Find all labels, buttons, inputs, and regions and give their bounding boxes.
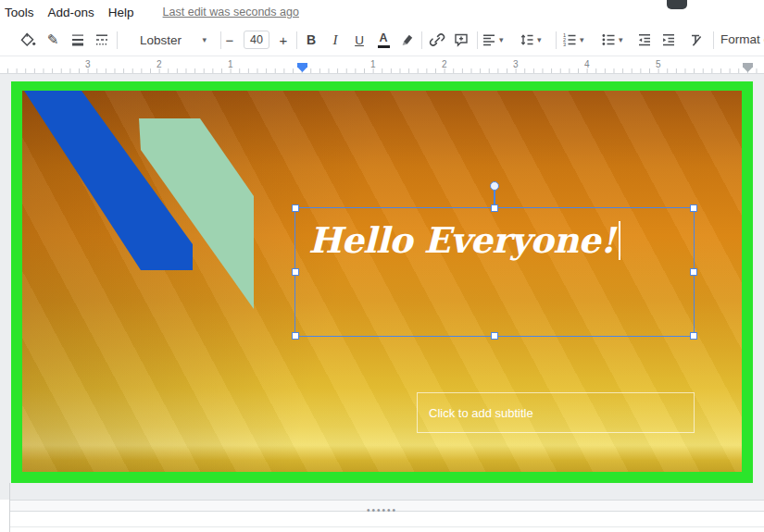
format-options-button[interactable]: Format op <box>720 29 764 51</box>
paint-bucket-icon <box>19 31 36 48</box>
subtitle-placeholder-text: Click to add subtitle <box>429 406 533 420</box>
line-weight-button[interactable] <box>67 29 89 51</box>
align-button[interactable]: ▾ <box>481 29 504 51</box>
top-right-partial-icon <box>667 0 687 9</box>
insert-comment-button[interactable] <box>450 29 472 51</box>
resize-handle-nw[interactable] <box>292 204 299 212</box>
toolbar: ✎ Lobster ▾ − 40 + B I U A <box>0 24 764 56</box>
resize-handle-w[interactable] <box>292 268 299 276</box>
notes-divider-line <box>0 526 764 527</box>
increase-font-size-button[interactable]: + <box>272 29 294 51</box>
italic-button[interactable]: I <box>324 29 346 51</box>
google-slides-app: Tools Add-ons Help Last edit was seconds… <box>0 0 764 532</box>
subtitle-placeholder[interactable]: Click to add subtitle <box>417 392 695 433</box>
resize-handle-n[interactable] <box>491 204 498 212</box>
title-text-box[interactable]: Hello Everyone! <box>294 207 695 337</box>
fill-color-button[interactable] <box>17 29 39 51</box>
resize-handle-sw[interactable] <box>292 332 299 340</box>
line-dash-button[interactable] <box>91 29 113 51</box>
numbered-list-button[interactable]: 123 ▾ <box>561 29 584 51</box>
ruler-number: 1 <box>228 59 233 69</box>
line-spacing-button[interactable]: ▾ <box>519 29 542 51</box>
link-icon <box>429 31 445 48</box>
increase-indent-button[interactable] <box>658 29 680 51</box>
slide-frame: Hello Everyone! Click to add subtitle <box>11 81 753 483</box>
speaker-notes-area[interactable] <box>0 512 764 532</box>
indent-marker[interactable] <box>297 63 307 72</box>
toolbar-separator <box>296 31 297 49</box>
chevron-down-icon: ▾ <box>499 36 504 44</box>
rotation-handle[interactable] <box>490 181 499 191</box>
slide-title-text: Hello Everyone! <box>308 219 620 261</box>
resize-handle-se[interactable] <box>690 332 697 340</box>
chevron-down-icon: ▾ <box>202 36 207 44</box>
highlight-color-button[interactable] <box>396 29 419 51</box>
svg-text:3: 3 <box>563 42 566 47</box>
notes-splitter[interactable]: •••••• <box>0 500 764 512</box>
font-family-select[interactable]: Lobster ▾ <box>123 29 213 51</box>
filmstrip-edge <box>0 500 9 532</box>
ruler-number: 2 <box>442 59 447 69</box>
ruler-number: 3 <box>513 59 519 69</box>
menu-add-ons[interactable]: Add-ons <box>48 6 94 19</box>
font-family-value: Lobster <box>140 33 182 47</box>
filmstrip-divider <box>9 483 10 532</box>
ruler-number: 3 <box>85 59 91 69</box>
text-color-icon: A <box>378 32 390 48</box>
ruler-number: 2 <box>157 59 162 69</box>
line-color-button[interactable]: ✎ <box>42 29 64 51</box>
pencil-icon: ✎ <box>47 31 59 48</box>
ruler-number: 4 <box>584 59 590 69</box>
bulleted-list-icon <box>600 31 617 48</box>
chevron-down-icon: ▾ <box>580 36 584 44</box>
clear-formatting-icon <box>688 31 705 48</box>
right-margin-marker[interactable] <box>743 63 753 72</box>
bold-button[interactable]: B <box>300 29 322 51</box>
ruler-number: 5 <box>656 59 661 69</box>
highlighter-icon <box>399 31 416 48</box>
toolbar-separator <box>421 31 422 49</box>
slide-canvas[interactable]: Hello Everyone! Click to add subtitle <box>22 91 742 472</box>
menu-tools[interactable]: Tools <box>5 6 34 19</box>
add-comment-icon <box>453 31 470 48</box>
numbered-list-icon: 123 <box>561 31 578 48</box>
decrease-font-size-button[interactable]: − <box>219 29 241 51</box>
font-size-input[interactable]: 40 <box>244 31 269 49</box>
insert-link-button[interactable] <box>426 29 448 51</box>
menu-help[interactable]: Help <box>108 6 134 19</box>
underline-button[interactable]: U <box>348 29 370 51</box>
chevron-down-icon: ▾ <box>619 36 623 44</box>
last-edit-link[interactable]: Last edit was seconds ago <box>163 6 299 19</box>
toolbar-separator <box>713 31 714 49</box>
toolbar-separator <box>477 31 478 49</box>
line-spacing-icon <box>519 31 535 48</box>
ruler: 3 2 1 1 2 3 4 5 <box>0 56 764 74</box>
toolbar-separator <box>117 31 118 49</box>
line-dash-icon <box>94 31 110 48</box>
indent-icon <box>660 31 677 48</box>
resize-handle-e[interactable] <box>690 268 697 276</box>
chevron-down-icon: ▾ <box>537 36 542 44</box>
bulleted-list-button[interactable]: ▾ <box>600 29 623 51</box>
resize-handle-ne[interactable] <box>690 204 697 212</box>
ruler-number: 1 <box>370 59 376 69</box>
text-color-button[interactable]: A <box>372 29 395 51</box>
resize-handle-s[interactable] <box>491 332 498 340</box>
toolbar-separator <box>556 31 557 49</box>
menu-bar: Tools Add-ons Help Last edit was seconds… <box>0 0 764 24</box>
line-weight-icon <box>69 31 86 48</box>
decrease-indent-button[interactable] <box>633 29 656 51</box>
outdent-icon <box>636 31 653 48</box>
align-left-icon <box>481 31 497 48</box>
clear-formatting-button[interactable] <box>685 29 708 51</box>
text-cursor <box>619 221 620 260</box>
